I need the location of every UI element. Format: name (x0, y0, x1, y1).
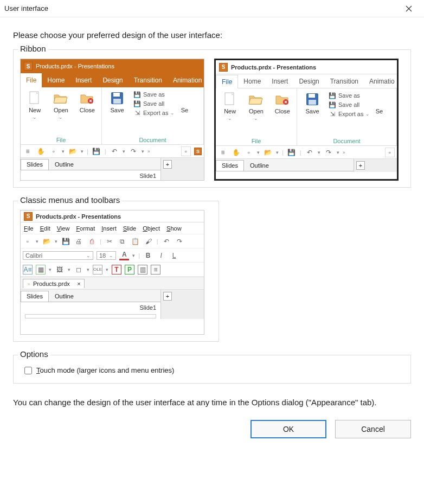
app-icon: S (24, 62, 33, 71)
preview-app-title: Products.prdx - Presentations (36, 213, 121, 220)
classic-group-label: Classic menus and toolbars (18, 195, 122, 205)
hand-icon: ✋ (36, 146, 46, 156)
document-tab-label: Products.prdx (33, 280, 70, 287)
pane-tabs: Slides Outline (21, 290, 160, 302)
toolbar-3: A≡ ▦▾ 🖼▾ ◻▾ OLE▾ T P ▥ ≡ (21, 263, 204, 277)
instruction-text: Please choose your preferred design of t… (13, 30, 411, 40)
section-name-file: File (219, 138, 293, 144)
svg-rect-8 (309, 94, 315, 98)
classic-group: Classic menus and toolbars S Products.pr… (13, 201, 219, 342)
image-icon: 🖼 (55, 265, 65, 275)
bars-icon: ≡ (151, 265, 160, 275)
menu-bar: File Edit View Format Insert Slide Objec… (21, 222, 204, 234)
menu-view: View (57, 225, 70, 232)
footnote-text: You can change the design of the user in… (13, 397, 411, 409)
document-tab: ▫ Products.prdx × (23, 279, 85, 288)
tab-insert: Insert (266, 74, 293, 88)
shapes-icon: ◻ (74, 265, 83, 275)
document-tabs: ▫ Products.prdx × (21, 277, 204, 290)
font-name-select: Calibri⌄ (23, 251, 93, 260)
p-icon: P (125, 265, 134, 275)
close-button-ribbon: Close (272, 92, 293, 137)
brush-icon: 🖌 (144, 237, 153, 246)
new-button: New ⌄ (219, 92, 241, 137)
grid-icon: ▥ (138, 265, 147, 275)
add-icon: + (356, 161, 365, 170)
options-group: Options Touch mode (larger icons and men… (13, 355, 411, 384)
hand-icon: ✋ (231, 148, 241, 157)
ribbon-tabs: File Home Insert Design Transition Anima… (216, 74, 397, 88)
close-button-ribbon: Close (76, 91, 98, 136)
tab-animation: Animatio (364, 74, 399, 88)
save-icon: 💾 (61, 237, 70, 246)
bold-icon: B (143, 251, 153, 260)
export-as-item: ⇲Export as ⌄ (329, 110, 370, 118)
ribbon-body: New ⌄ Open ⌄ Close (216, 88, 397, 146)
menu-slide: Slide (123, 225, 136, 232)
redo-icon: ↷ (324, 148, 333, 157)
button-row: OK Cancel (13, 420, 411, 438)
open-button: Open ⌄ (50, 91, 72, 136)
new-file-icon: ▫ (49, 146, 59, 156)
ribbon-preview-light[interactable]: S Products.prdx - Presentations File Hom… (214, 59, 399, 181)
window-title: User interface (4, 4, 398, 12)
save-as-item: 💾Save as (329, 92, 370, 99)
tab-file: File (216, 75, 238, 88)
slide-name: Slide1 (21, 170, 160, 181)
app-icon: S (219, 63, 228, 72)
ribbon-group: Ribbon S Products.prdx - Presentations F… (13, 49, 411, 188)
ribbon-body: New ⌄ Open ⌄ Close (21, 87, 204, 145)
font-size-select: 18⌄ (97, 251, 116, 260)
save-button: Save (300, 92, 324, 137)
menu-insert: Insert (101, 225, 117, 232)
redo-icon: ↷ (175, 237, 184, 246)
redo-icon: ↷ (129, 146, 138, 156)
folder-open-icon (248, 92, 264, 107)
pane-tabs: Slides Outline (216, 159, 354, 171)
ribbon-group-label: Ribbon (18, 44, 48, 53)
slides-tab: Slides (21, 291, 49, 302)
close-button[interactable] (398, 0, 420, 17)
svg-rect-4 (113, 99, 121, 104)
folder-icon: 📂 (68, 146, 78, 156)
save-all-icon: 💾 (329, 101, 336, 109)
preview-titlebar: S Products.prdx - Presentations (21, 210, 204, 222)
export-as-item: ⇲Export as ⌄ (133, 109, 175, 117)
save-icon (305, 92, 320, 107)
pdf-icon: ⎙ (87, 237, 97, 246)
print-icon: 🖨 (74, 237, 83, 246)
quick-access-toolbar: ≡ ✋ ▫▾ 📂▾ | 💾 | ↶▾ ↷▾ » ▫ (216, 146, 397, 159)
preview-titlebar: S Products.prdx - Presentations (21, 59, 204, 73)
save-icon: 💾 (329, 92, 336, 99)
save-as-item: 💾Save as (133, 91, 175, 98)
section-name-file: File (24, 137, 98, 143)
save-icon: 💾 (133, 91, 141, 98)
quick-access-toolbar: ≡ ✋ ▫▾ 📂▾ | 💾 | ↶▾ ↷▾ » ▫ S (21, 145, 204, 158)
cancel-button[interactable]: Cancel (335, 420, 411, 438)
undo-icon: ↶ (110, 146, 119, 156)
tab-file: File (21, 73, 42, 87)
menu-icon: ≡ (23, 146, 33, 156)
preview-titlebar: S Products.prdx - Presentations (216, 60, 397, 74)
chevron-down-icon: ⌄ (170, 110, 175, 116)
save-all-icon: 💾 (133, 100, 141, 107)
chevron-down-icon: ⌄ (33, 114, 37, 120)
classic-preview[interactable]: S Products.prdx - Presentations File Edi… (20, 210, 204, 335)
app-icon: S (24, 212, 33, 221)
touch-mode-checkbox[interactable] (24, 367, 32, 374)
outline-tab: Outline (244, 160, 275, 171)
ok-button[interactable]: OK (250, 420, 326, 438)
menu-file: File (24, 225, 34, 232)
new-file-icon: ▫ (244, 148, 254, 157)
doc-icon: ▫ (385, 148, 395, 157)
menu-show: Show (166, 225, 182, 232)
chevron-down-icon: ⌄ (59, 114, 63, 120)
ribbon-preview-colored[interactable]: S Products.prdx - Presentations File Hom… (20, 59, 204, 181)
toolbar-2: Calibri⌄ 18⌄ A▾ | B I L (21, 248, 204, 263)
touch-mode-label[interactable]: Touch mode (larger icons and menu entrie… (36, 366, 174, 374)
tab-home: Home (42, 73, 70, 87)
save-icon: 💾 (287, 148, 297, 157)
folder-open-icon (53, 91, 68, 106)
toolbar-1: ▫▾ 📂▾ 💾 🖨 ⎙ | ✂ ⧉ 📋 🖌 | ↶ ↷ (21, 234, 204, 248)
svg-rect-9 (309, 100, 316, 105)
